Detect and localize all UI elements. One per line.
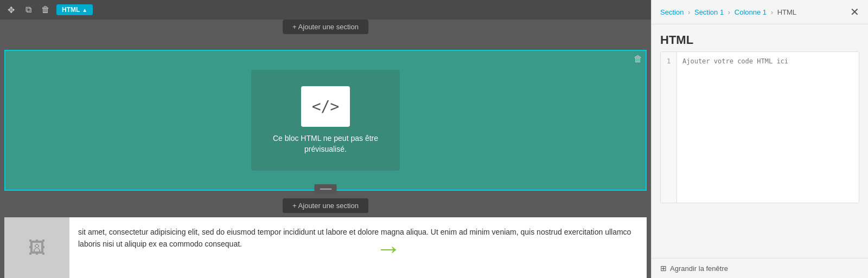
add-section-bottom-wrapper: + Ajouter une section (0, 198, 651, 213)
image-icon: 🖼 (28, 238, 46, 258)
expand-icon: ⊞ (660, 264, 667, 273)
html-section-selected: 🗑 </> Ce bloc HTML ne peut pas être prév… (4, 50, 647, 191)
breadcrumb: Section › Section 1 › Colonne 1 › HTML (660, 8, 796, 16)
add-section-top-button[interactable]: + Ajouter une section (283, 20, 368, 34)
right-settings-panel: Section › Section 1 › Colonne 1 › HTML ✕… (651, 0, 868, 278)
element-toolbar: ✥ ⧉ 🗑 HTML ▲ (0, 0, 651, 20)
add-section-top-wrapper: + Ajouter une section (283, 20, 368, 34)
badge-chevron: ▲ (82, 7, 87, 13)
drag-handle-bottom[interactable]: ━━━ (315, 184, 337, 194)
breadcrumb-sep1: › (688, 8, 690, 16)
breadcrumb-section[interactable]: Section (660, 8, 684, 16)
add-section-top-label: + Ajouter une section (292, 23, 359, 31)
panel-spacer (652, 203, 868, 258)
add-section-bottom-button[interactable]: + Ajouter une section (283, 198, 368, 213)
copy-icon[interactable]: ⧉ (22, 3, 35, 16)
image-placeholder: 🖼 (4, 217, 69, 278)
line-number-1: 1 (665, 57, 672, 65)
html-block-message-line1: Ce bloc HTML ne peut pas être (273, 134, 378, 143)
delete-icon[interactable]: 🗑 (39, 3, 52, 16)
html-block-message: Ce bloc HTML ne peut pas être prévisuali… (273, 133, 378, 154)
breadcrumb-column1[interactable]: Colonne 1 (735, 8, 767, 16)
delete-section-button[interactable]: 🗑 (634, 54, 642, 64)
move-icon[interactable]: ✥ (4, 3, 17, 16)
expand-label: Agrandir la fenêtre (670, 264, 728, 273)
main-editor-area: ✥ ⧉ 🗑 HTML ▲ + Ajouter une section 🗑 </>… (0, 0, 651, 278)
content-section: 🖼 sit amet, consectetur adipisicing elit… (4, 217, 647, 278)
breadcrumb-sep2: › (728, 8, 730, 16)
content-text-area: sit amet, consectetur adipisicing elit, … (69, 217, 647, 278)
green-arrow-indicator: → (375, 236, 401, 262)
expand-window-button[interactable]: ⊞ Agrandir la fenêtre (652, 258, 868, 278)
badge-label: HTML (62, 6, 80, 14)
html-block-preview: </> Ce bloc HTML ne peut pas être prévis… (251, 70, 400, 171)
content-paragraph: sit amet, consectetur adipisicing elit, … (78, 228, 631, 248)
line-numbers: 1 (661, 52, 677, 203)
add-section-bottom-label: + Ajouter une section (292, 202, 359, 210)
breadcrumb-sep3: › (771, 8, 773, 16)
code-editor[interactable]: 1 (660, 51, 859, 203)
html-icon-text: </> (312, 98, 340, 115)
html-code-input[interactable] (677, 52, 859, 203)
element-type-badge[interactable]: HTML ▲ (56, 4, 93, 15)
html-block-message-line2: prévisualisé. (304, 145, 347, 153)
breadcrumb-section1[interactable]: Section 1 (694, 8, 724, 16)
breadcrumb-html: HTML (777, 8, 796, 16)
html-code-icon: </> (301, 86, 350, 127)
close-panel-button[interactable]: ✕ (850, 7, 859, 17)
panel-title: HTML (652, 24, 868, 51)
panel-header: Section › Section 1 › Colonne 1 › HTML ✕ (652, 0, 868, 24)
